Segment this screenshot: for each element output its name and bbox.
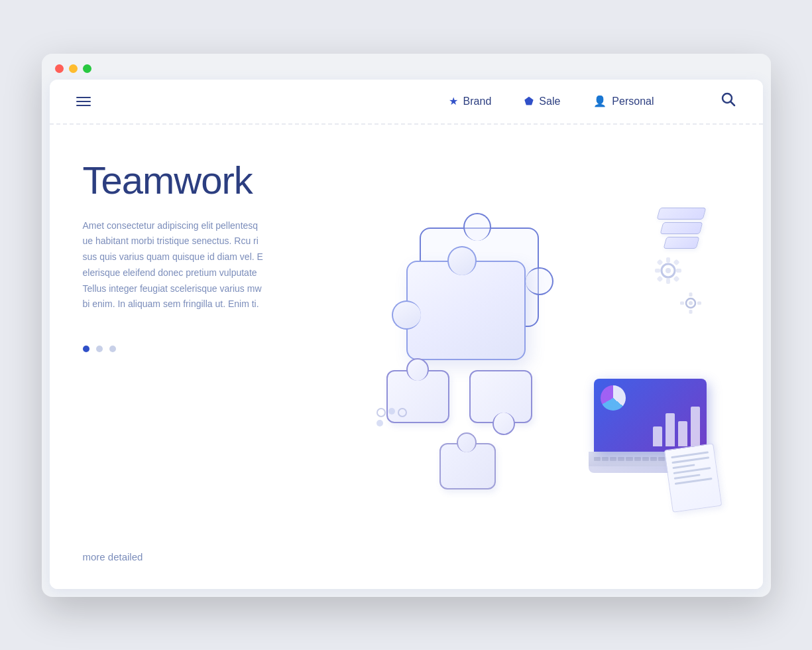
user-icon: 👤 <box>593 95 607 107</box>
svg-rect-6 <box>655 269 660 273</box>
left-panel: Teamwork Amet consectetur adipiscing eli… <box>83 158 361 562</box>
iso-layer-1 <box>656 208 706 220</box>
page-title: Teamwork <box>83 158 361 202</box>
svg-rect-11 <box>673 259 679 265</box>
deco-circle-3 <box>398 408 407 417</box>
gear-decoration-2 <box>678 291 703 318</box>
star-icon: ★ <box>449 95 458 107</box>
svg-point-3 <box>666 268 671 273</box>
deco-circle-1 <box>377 408 386 417</box>
dot-1[interactable] <box>83 346 89 352</box>
nav-item-personal[interactable]: 👤 Personal <box>593 95 654 107</box>
svg-rect-17 <box>697 301 701 304</box>
document <box>664 443 721 513</box>
svg-rect-8 <box>656 259 663 265</box>
browser-chrome <box>42 54 771 73</box>
puzzle-outline-bump-top <box>463 213 491 241</box>
svg-rect-9 <box>673 275 679 282</box>
nav-bar: ★ Brand ⬟ Sale 👤 Personal <box>50 80 763 125</box>
iso-scene <box>373 194 718 526</box>
main-puzzle-body <box>406 261 526 360</box>
nav-links: ★ Brand ⬟ Sale 👤 Personal <box>449 92 736 111</box>
key <box>610 457 616 461</box>
svg-rect-4 <box>666 257 670 263</box>
iso-layers <box>658 208 705 251</box>
puzzle-main-bump-left <box>392 300 421 330</box>
sale-label: Sale <box>539 96 560 107</box>
page-description: Amet consectetur adipiscing elit pellent… <box>83 218 268 313</box>
key <box>594 457 601 461</box>
svg-line-1 <box>730 101 734 105</box>
main-puzzle-piece <box>406 228 552 360</box>
main-content: Teamwork Amet consectetur adipiscing eli… <box>50 125 763 589</box>
key <box>658 457 665 461</box>
puzzle-small-bottom <box>439 443 496 489</box>
chart-bar-2 <box>666 413 675 446</box>
dots-navigation <box>83 346 361 352</box>
iso-layer-3 <box>663 237 699 249</box>
key <box>650 457 657 461</box>
brand-label: Brand <box>463 96 492 107</box>
circle-decorations <box>377 408 410 426</box>
svg-point-13 <box>689 301 693 305</box>
doc-line-3 <box>672 464 695 469</box>
puzzle-main-bump-top <box>447 246 477 275</box>
chart-bar-4 <box>691 407 700 446</box>
puzzle-outline-bump-right <box>526 267 553 295</box>
svg-rect-7 <box>676 269 681 273</box>
laptop-screen <box>594 379 707 452</box>
gear-decoration-1 <box>652 254 685 290</box>
dot-3[interactable] <box>109 346 116 352</box>
svg-rect-5 <box>666 279 670 284</box>
key <box>602 457 609 461</box>
browser-content: ★ Brand ⬟ Sale 👤 Personal <box>50 80 763 589</box>
chart-pie <box>601 385 626 411</box>
key <box>634 457 641 461</box>
hero-illustration <box>361 158 730 562</box>
close-button[interactable] <box>55 64 64 73</box>
chart-bars <box>653 407 700 446</box>
svg-rect-15 <box>689 310 692 314</box>
puzzle-small-center <box>469 370 532 423</box>
deco-circle-2 <box>388 408 395 415</box>
personal-label: Personal <box>612 96 654 107</box>
nav-item-sale[interactable]: ⬟ Sale <box>524 95 560 107</box>
doc-line-5 <box>673 474 700 480</box>
minimize-button[interactable] <box>69 64 78 73</box>
dot-2[interactable] <box>96 346 103 352</box>
key <box>642 457 649 461</box>
chart-bar-1 <box>653 426 662 446</box>
hamburger-menu[interactable] <box>76 97 91 106</box>
tag-icon: ⬟ <box>524 95 534 107</box>
svg-rect-10 <box>656 275 663 282</box>
nav-item-brand[interactable]: ★ Brand <box>449 95 492 107</box>
key <box>626 457 632 461</box>
chart-bar-3 <box>678 421 687 446</box>
search-icon[interactable] <box>721 92 736 111</box>
iso-layer-2 <box>660 222 703 234</box>
browser-window: ★ Brand ⬟ Sale 👤 Personal <box>42 54 771 597</box>
maximize-button[interactable] <box>83 64 91 73</box>
more-detailed-link[interactable]: more detailed <box>83 551 361 562</box>
svg-rect-14 <box>689 292 692 296</box>
deco-circle-4 <box>377 420 383 426</box>
key <box>618 457 624 461</box>
svg-rect-16 <box>680 301 684 304</box>
